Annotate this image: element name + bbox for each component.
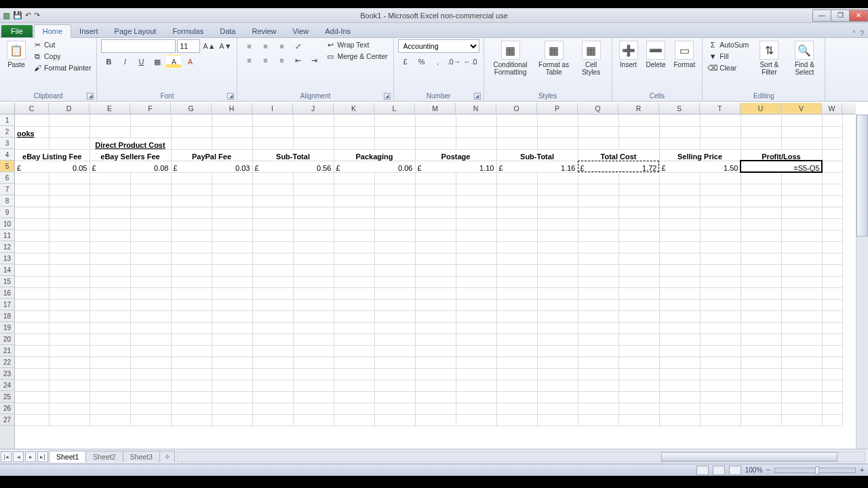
group-font: A▲ A▼ B I U ▦ A A Font◢ — [97, 38, 237, 101]
horizontal-scrollbar[interactable] — [177, 451, 865, 462]
group-number: Accounting £ % , .0→ ←.0 Number◢ — [394, 38, 484, 101]
tab-file[interactable]: File — [1, 25, 33, 37]
number-dialog-launcher[interactable]: ◢ — [474, 93, 481, 100]
grow-font-icon[interactable]: A▲ — [201, 39, 216, 53]
zoom-level: 100% — [745, 466, 763, 474]
close-button[interactable]: ✕ — [849, 9, 868, 22]
hscroll-thumb[interactable] — [661, 452, 837, 462]
wrap-text-button[interactable]: ↩Wrap Text — [324, 39, 389, 50]
format-painter-button[interactable]: 🖌Format Painter — [31, 62, 92, 73]
cut-button[interactable]: ✂Cut — [31, 39, 92, 50]
tab-insert[interactable]: Insert — [71, 25, 106, 37]
sheet-nav-next[interactable]: ▸ — [25, 451, 36, 462]
tab-view[interactable]: View — [285, 25, 317, 37]
column-headers[interactable]: CDEFGHIJKLMNOPQRSTUVW — [15, 103, 856, 115]
view-layout-icon[interactable] — [713, 466, 725, 475]
zoom-in-icon[interactable]: + — [860, 466, 864, 474]
sheet-nav-prev[interactable]: ◂ — [13, 451, 24, 462]
insert-cells-button[interactable]: ➕Insert — [616, 39, 641, 70]
copy-icon: ⧉ — [33, 52, 42, 61]
tab-page-layout[interactable]: Page Layout — [106, 25, 165, 37]
cell-styles-button[interactable]: ▦Cell Styles — [575, 39, 608, 77]
align-right-icon[interactable]: ≡ — [274, 54, 289, 67]
maximize-button[interactable]: ❐ — [831, 9, 850, 22]
brush-icon: 🖌 — [33, 63, 42, 73]
find-select-button[interactable]: 🔍Find & Select — [788, 39, 821, 77]
comma-format-icon[interactable]: , — [431, 55, 446, 68]
zoom-slider[interactable] — [774, 468, 856, 473]
percent-format-icon[interactable]: % — [414, 55, 429, 68]
qat-save-icon[interactable]: 💾 — [13, 11, 22, 20]
qat-undo-icon[interactable]: ↶ — [25, 11, 31, 20]
select-all-corner[interactable] — [0, 103, 15, 115]
tab-data[interactable]: Data — [212, 25, 243, 37]
merge-icon: ▭ — [326, 52, 335, 61]
bold-button[interactable]: B — [101, 55, 116, 68]
fill-button[interactable]: ▼Fill — [707, 51, 750, 62]
view-normal-icon[interactable] — [696, 466, 709, 475]
indent-decrease-icon[interactable]: ⇤ — [290, 54, 305, 67]
font-color-button[interactable]: A — [182, 55, 197, 68]
alignment-dialog-launcher[interactable]: ◢ — [384, 93, 391, 100]
format-as-table-button[interactable]: ▦Format as Table — [536, 39, 572, 77]
group-styles: ▦Conditional Formatting ▦Format as Table… — [484, 38, 612, 101]
sort-filter-button[interactable]: ⇅Sort & Filter — [753, 39, 785, 77]
spreadsheet-grid[interactable]: CDEFGHIJKLMNOPQRSTUVW 123456789101112131… — [0, 103, 868, 464]
cell-styles-icon: ▦ — [582, 41, 601, 60]
help-icon[interactable]: ? — [860, 30, 864, 37]
accounting-format-icon[interactable]: £ — [398, 55, 413, 68]
font-dialog-launcher[interactable]: ◢ — [227, 93, 234, 100]
increase-decimal-icon[interactable]: .0→ — [447, 55, 462, 68]
vertical-scrollbar[interactable] — [856, 115, 868, 449]
merge-center-button[interactable]: ▭Merge & Center — [324, 51, 389, 62]
tab-home[interactable]: Home — [34, 24, 71, 38]
indent-increase-icon[interactable]: ⇥ — [307, 54, 321, 67]
underline-button[interactable]: U — [134, 55, 149, 68]
orientation-icon[interactable]: ⤢ — [290, 39, 305, 53]
paste-button[interactable]: 📋 Paste — [4, 39, 28, 70]
clipboard-dialog-launcher[interactable]: ◢ — [87, 93, 94, 100]
sheet-tab-3[interactable]: Sheet3 — [123, 451, 160, 462]
sheet-nav-first[interactable]: |◂ — [1, 451, 12, 462]
minimize-button[interactable]: — — [812, 9, 831, 22]
sigma-icon: Σ — [708, 40, 717, 49]
tab-formulas[interactable]: Formulas — [164, 25, 212, 37]
cut-icon: ✂ — [33, 40, 42, 49]
ribbon: 📋 Paste ✂Cut ⧉Copy 🖌Format Painter Clipb… — [0, 38, 868, 102]
sheet-tab-1[interactable]: Sheet1 — [49, 451, 86, 462]
group-editing: ΣAutoSum ▼Fill ⌫Clear ⇅Sort & Filter 🔍Fi… — [703, 38, 825, 101]
sheet-nav-last[interactable]: ▸| — [37, 451, 48, 462]
align-middle-icon[interactable]: ≡ — [258, 39, 273, 53]
sheet-new-icon[interactable]: ✧ — [159, 451, 175, 462]
clear-button[interactable]: ⌫Clear — [707, 62, 750, 73]
copy-button[interactable]: ⧉Copy — [31, 51, 92, 62]
sheet-tab-2[interactable]: Sheet2 — [85, 451, 123, 462]
tab-addins[interactable]: Add-Ins — [317, 25, 359, 37]
border-button[interactable]: ▦ — [150, 55, 165, 68]
align-top-icon[interactable]: ≡ — [241, 39, 256, 53]
align-left-icon[interactable]: ≡ — [241, 54, 256, 67]
format-cells-button[interactable]: ▭Format — [671, 39, 698, 70]
view-pagebreak-icon[interactable] — [729, 466, 741, 475]
fill-color-button[interactable]: A — [166, 55, 181, 68]
vscroll-thumb[interactable] — [856, 115, 868, 237]
align-center-icon[interactable]: ≡ — [258, 54, 273, 67]
qat-redo-icon[interactable]: ↷ — [34, 11, 40, 20]
cond-format-icon: ▦ — [501, 41, 520, 60]
zoom-out-icon[interactable]: − — [766, 466, 770, 474]
shrink-font-icon[interactable]: A▼ — [218, 39, 233, 53]
conditional-formatting-button[interactable]: ▦Conditional Formatting — [488, 39, 533, 77]
autosum-button[interactable]: ΣAutoSum — [707, 39, 750, 50]
font-name-combo[interactable] — [101, 39, 176, 53]
find-icon: 🔍 — [795, 41, 814, 60]
decrease-decimal-icon[interactable]: ←.0 — [463, 55, 478, 68]
italic-button[interactable]: I — [117, 55, 132, 68]
tab-review[interactable]: Review — [243, 25, 284, 37]
number-format-combo[interactable]: Accounting — [398, 39, 479, 53]
ribbon-minimize-icon[interactable]: ˄ — [852, 30, 856, 37]
align-bottom-icon[interactable]: ≡ — [274, 39, 289, 53]
sheet-tab-bar: |◂ ◂ ▸ ▸| Sheet1 Sheet2 Sheet3 ✧ — [0, 449, 868, 464]
row-headers[interactable]: 1234567891011121314151617181920212223242… — [0, 115, 15, 449]
font-size-combo[interactable] — [177, 39, 200, 53]
delete-cells-button[interactable]: ➖Delete — [644, 39, 669, 70]
